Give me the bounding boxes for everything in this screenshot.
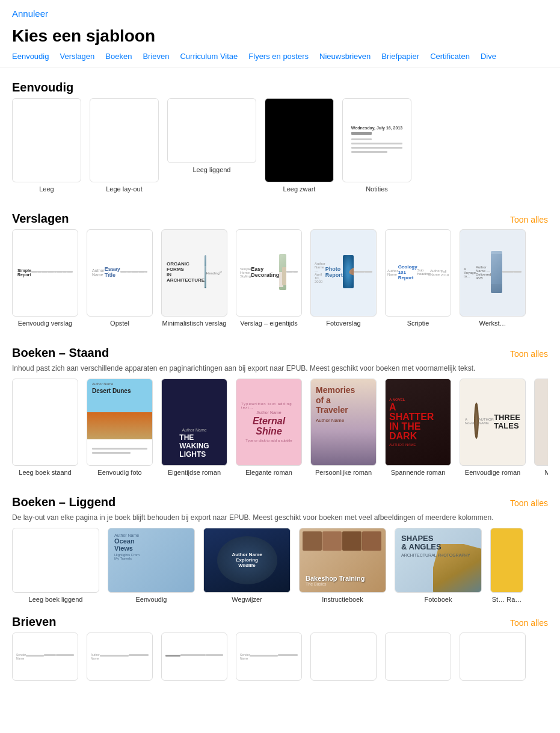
nav-flyers[interactable]: Flyers en posters	[248, 52, 309, 61]
template-eenvoudig-verslag[interactable]: Simple Report Eenvoudig verslag	[12, 229, 78, 327]
category-nav: Eenvoudig Verslagen Boeken Brieven Curri…	[0, 52, 560, 67]
contemporary-label: Verslag – eigentijds	[240, 320, 297, 327]
boeken-liggend-show-all[interactable]: Toon alles	[510, 498, 548, 508]
eenvoudig-header: Eenvoudig	[12, 81, 548, 94]
template-leeg-boek-liggend[interactable]: Leeg boek liggend	[12, 528, 99, 603]
template-werkst[interactable]: A Voyage to… Author Name — Delivered 4/2…	[460, 229, 526, 327]
top-bar: Annuleer	[0, 0, 560, 23]
template-contemporary[interactable]: Simple Home Styling Easy Decorating Vers…	[236, 229, 302, 327]
verslagen-show-all[interactable]: Toon alles	[510, 215, 548, 224]
template-shatter-dark[interactable]: A Novel ASHATTERIN THEDARK Author Name S…	[385, 379, 451, 476]
liggend-more-label: St… Ra…	[492, 596, 522, 603]
template-brief-5[interactable]	[310, 632, 377, 681]
brieven-show-all[interactable]: Toon alles	[510, 618, 548, 628]
boeken-liggend-header: Boeken – Liggend Toon alles	[12, 495, 548, 509]
boeken-staand-header: Boeken – Staand Toon alles	[12, 346, 548, 360]
template-brief-3[interactable]	[161, 632, 227, 681]
leeg-boek-liggend-label: Leeg boek liggend	[29, 596, 83, 603]
shatter-dark-label: Spannende roman	[391, 469, 446, 476]
boeken-staand-templates: Leeg boek staand Author Name Desert Dune…	[12, 379, 548, 476]
brieven-header: Brieven Toon alles	[12, 615, 548, 629]
shapes-angles-label: Fotoboek	[425, 596, 452, 603]
template-shapes-angles[interactable]: SHAPES& ANGLES ARCHITECTURAL PHOTOGRAPHY…	[395, 528, 482, 603]
boeken-liggend-templates: Leeg boek liggend Author Name OceanViews…	[12, 528, 548, 603]
template-leeg[interactable]: Leeg	[12, 98, 81, 193]
template-notities[interactable]: Wednesday, July 16, 2013 Notities	[342, 98, 411, 193]
template-brief-4[interactable]: Sender Name	[236, 632, 302, 681]
nav-nieuwsbrieven[interactable]: Nieuwsbrieven	[319, 52, 371, 61]
template-brief-2[interactable]: Author Name	[87, 632, 153, 681]
fotoverslag-label: Fotoverslag	[326, 320, 360, 327]
template-leeg-label: Leeg	[39, 185, 54, 193]
template-leeg-boek-staand[interactable]: Leeg boek staand	[12, 379, 78, 476]
section-boeken-staand: Boeken – Staand Toon alles Inhoud past z…	[12, 346, 548, 482]
boeken-staand-show-all[interactable]: Toon alles	[510, 349, 548, 359]
verslagen-header: Verslagen Toon alles	[12, 212, 548, 226]
leeg-boek-staand-label: Leeg boek staand	[19, 469, 71, 476]
main-content: Eenvoudig Leeg	[0, 81, 560, 687]
template-leeg-zwart-label: Leeg zwart	[283, 185, 316, 193]
verslagen-templates: Simple Report Eenvoudig verslag Author N…	[12, 229, 548, 327]
boeken-liggend-subtitle: De lay-out van elke pagina in je boek bl…	[12, 513, 548, 523]
desert-dunes-label: Eenvoudig foto	[97, 469, 141, 476]
template-opstel[interactable]: Author Name Essay Title Opstel	[87, 229, 153, 327]
werkst-label: Werkst…	[479, 320, 506, 327]
template-boek-more[interactable]: M…	[534, 379, 548, 476]
template-brief-1[interactable]: Sender Name	[12, 632, 78, 681]
nav-verslagen[interactable]: Verslagen	[60, 52, 94, 61]
nav-certificaten[interactable]: Certificaten	[430, 52, 470, 61]
template-minimalist[interactable]: ORGANIC FORMSIN ARCHITECTURE Heading	[161, 229, 227, 327]
template-desert-dunes[interactable]: Author Name Desert Dunes Eenvoudig foto	[87, 379, 153, 476]
template-eternal-shine[interactable]: Typewritten text adding text… Author Nam…	[236, 379, 302, 476]
template-three-tales[interactable]: A Novel AUTHOR NAME THREE TALES Eenvoudi…	[460, 379, 526, 476]
template-waking-lights[interactable]: Author Name THEWAKINGLIGHTS Eigentijdse …	[161, 379, 227, 476]
cancel-button[interactable]: Annuleer	[12, 8, 48, 19]
eenvoudig-title: Eenvoudig	[12, 81, 73, 94]
waking-lights-label: Eigentijdse roman	[168, 469, 221, 476]
boek-more-label: M…	[544, 469, 548, 476]
eenvoudig-verslag-label: Eenvoudig verslag	[18, 320, 73, 327]
scriptie-label: Scriptie	[407, 320, 429, 327]
template-memories-traveler[interactable]: Memoriesof aTraveler Author Name Persoon…	[310, 379, 377, 476]
bakeshop-label: Instructieboek	[322, 596, 363, 603]
minimalist-label: Minimalistisch verslag	[162, 320, 227, 327]
eenvoudig-templates: Leeg Lege lay-out Leeg liggend	[12, 98, 548, 193]
brieven-title: Brieven	[12, 615, 56, 629]
nav-brieven[interactable]: Brieven	[143, 52, 169, 61]
exploring-wildlife-label: Wegwijzer	[232, 596, 262, 603]
boeken-liggend-title: Boeken – Liggend	[12, 495, 115, 509]
template-leeg-liggend[interactable]: Leeg liggend	[167, 98, 256, 193]
nav-cv[interactable]: Curriculum Vitae	[180, 52, 238, 61]
boeken-staand-title: Boeken – Staand	[12, 346, 109, 360]
template-lege-layout-label: Lege lay-out	[106, 185, 143, 193]
section-brieven: Brieven Toon alles Sender Name Author Na…	[12, 615, 548, 687]
nav-briefpapier[interactable]: Briefpapier	[381, 52, 419, 61]
template-ocean-views[interactable]: Author Name OceanViews Highlights FromMy…	[108, 528, 195, 603]
brieven-templates: Sender Name Author Name	[12, 632, 548, 681]
template-brief-6[interactable]	[385, 632, 451, 681]
eternal-shine-label: Elegante roman	[245, 469, 292, 476]
boeken-staand-subtitle: Inhoud past zich aan verschillende appar…	[12, 363, 548, 374]
template-brief-7[interactable]	[460, 632, 526, 681]
template-leeg-zwart[interactable]: Leeg zwart	[265, 98, 334, 193]
three-tales-label: Eenvoudige roman	[465, 469, 520, 476]
template-leeg-liggend-label: Leeg liggend	[192, 166, 230, 173]
ocean-views-label: Eenvoudig	[136, 596, 167, 603]
template-bakeshop[interactable]: Bakeshop Training The Basics Instructieb…	[299, 528, 386, 603]
opstel-label: Opstel	[110, 320, 129, 327]
memories-traveler-label: Persoonlijke roman	[315, 469, 372, 476]
section-boeken-liggend: Boeken – Liggend Toon alles De lay-out v…	[12, 495, 548, 609]
nav-eenvoudig[interactable]: Eenvoudig	[12, 52, 49, 61]
nav-boeken[interactable]: Boeken	[105, 52, 132, 61]
template-fotoverslag[interactable]: Author Name — April 10, 2020 Photo Repor…	[310, 229, 377, 327]
template-scriptie[interactable]: Author Name Geology 101 Report Sub headi…	[385, 229, 451, 327]
template-liggend-more[interactable]: St… Ra…	[490, 528, 523, 603]
nav-dive[interactable]: Dive	[481, 52, 496, 61]
section-eenvoudig: Eenvoudig Leeg	[12, 81, 548, 199]
template-exploring-wildlife[interactable]: Author NameExploringWildlife Wegwijzer	[203, 528, 291, 603]
template-lege-layout[interactable]: Lege lay-out	[90, 98, 159, 193]
page-title: Kies een sjabloon	[0, 23, 560, 52]
template-notities-label: Notities	[366, 185, 388, 193]
verslagen-title: Verslagen	[12, 212, 69, 226]
section-verslagen: Verslagen Toon alles Simple Report Eenvo…	[12, 212, 548, 333]
